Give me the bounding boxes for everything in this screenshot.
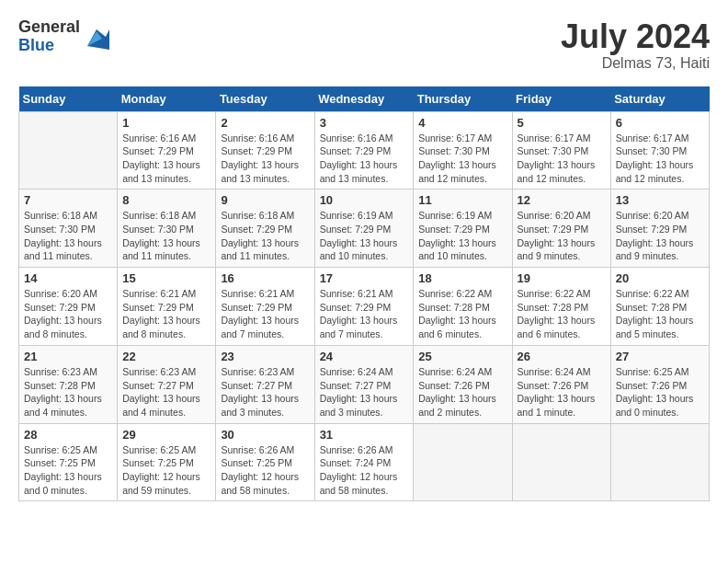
- calendar-cell: 28 Sunrise: 6:25 AMSunset: 7:25 PMDaylig…: [19, 423, 118, 501]
- day-number: 14: [24, 271, 112, 285]
- day-number: 20: [616, 271, 704, 285]
- calendar-cell: 17 Sunrise: 6:21 AMSunset: 7:29 PMDaylig…: [314, 268, 414, 346]
- calendar-week-4: 21 Sunrise: 6:23 AMSunset: 7:28 PMDaylig…: [19, 345, 710, 423]
- calendar-cell: 21 Sunrise: 6:23 AMSunset: 7:28 PMDaylig…: [19, 345, 118, 423]
- day-info: Sunrise: 6:17 AMSunset: 7:30 PMDaylight:…: [518, 132, 606, 186]
- day-info: Sunrise: 6:17 AMSunset: 7:30 PMDaylight:…: [616, 132, 704, 186]
- calendar-cell: 1 Sunrise: 6:16 AMSunset: 7:29 PMDayligh…: [118, 111, 216, 190]
- calendar-week-1: 1 Sunrise: 6:16 AMSunset: 7:29 PMDayligh…: [19, 111, 710, 190]
- day-info: Sunrise: 6:25 AMSunset: 7:25 PMDaylight:…: [24, 443, 112, 498]
- day-info: Sunrise: 6:21 AMSunset: 7:29 PMDaylight:…: [221, 287, 309, 341]
- header-tuesday: Tuesday: [216, 86, 314, 112]
- location: Delmas 73, Haiti: [561, 55, 710, 72]
- calendar-cell: 13 Sunrise: 6:20 AMSunset: 7:29 PMDaylig…: [610, 190, 709, 268]
- day-number: 24: [320, 350, 409, 363]
- day-info: Sunrise: 6:24 AMSunset: 7:27 PMDaylight:…: [320, 365, 409, 419]
- day-number: 26: [518, 350, 606, 363]
- day-info: Sunrise: 6:20 AMSunset: 7:29 PMDaylight:…: [24, 287, 112, 341]
- day-number: 17: [320, 271, 409, 285]
- day-info: Sunrise: 6:23 AMSunset: 7:27 PMDaylight:…: [221, 365, 309, 419]
- calendar-cell: 26 Sunrise: 6:24 AMSunset: 7:26 PMDaylig…: [512, 345, 610, 423]
- day-number: 27: [616, 350, 704, 363]
- calendar-table: Sunday Monday Tuesday Wednesday Thursday…: [18, 86, 710, 502]
- calendar-cell: 31 Sunrise: 6:26 AMSunset: 7:24 PMDaylig…: [314, 423, 414, 501]
- calendar-cell: [19, 111, 118, 190]
- day-info: Sunrise: 6:25 AMSunset: 7:25 PMDaylight:…: [122, 443, 210, 498]
- day-number: 8: [122, 193, 210, 207]
- day-number: 5: [518, 116, 606, 130]
- calendar-cell: 19 Sunrise: 6:22 AMSunset: 7:28 PMDaylig…: [512, 268, 610, 346]
- day-info: Sunrise: 6:24 AMSunset: 7:26 PMDaylight:…: [418, 365, 506, 419]
- day-info: Sunrise: 6:20 AMSunset: 7:29 PMDaylight:…: [616, 209, 704, 263]
- day-info: Sunrise: 6:16 AMSunset: 7:29 PMDaylight:…: [221, 132, 309, 186]
- day-number: 18: [418, 271, 506, 285]
- day-number: 4: [418, 116, 506, 130]
- calendar-cell: 30 Sunrise: 6:26 AMSunset: 7:25 PMDaylig…: [216, 423, 314, 501]
- header-thursday: Thursday: [414, 86, 512, 112]
- page-header: General Blue July 2024 Delmas 73, Haiti: [18, 18, 710, 72]
- day-info: Sunrise: 6:20 AMSunset: 7:29 PMDaylight:…: [518, 209, 606, 263]
- day-info: Sunrise: 6:21 AMSunset: 7:29 PMDaylight:…: [122, 287, 210, 341]
- calendar-cell: 22 Sunrise: 6:23 AMSunset: 7:27 PMDaylig…: [118, 345, 216, 423]
- calendar-cell: 6 Sunrise: 6:17 AMSunset: 7:30 PMDayligh…: [610, 111, 709, 190]
- calendar-cell: 3 Sunrise: 6:16 AMSunset: 7:29 PMDayligh…: [314, 111, 414, 190]
- day-number: 6: [616, 116, 704, 130]
- day-info: Sunrise: 6:24 AMSunset: 7:26 PMDaylight:…: [518, 365, 606, 419]
- day-number: 28: [24, 428, 112, 442]
- day-info: Sunrise: 6:18 AMSunset: 7:29 PMDaylight:…: [221, 209, 309, 263]
- calendar-cell: 8 Sunrise: 6:18 AMSunset: 7:30 PMDayligh…: [118, 190, 216, 268]
- calendar-header: Sunday Monday Tuesday Wednesday Thursday…: [19, 86, 710, 112]
- calendar-cell: 25 Sunrise: 6:24 AMSunset: 7:26 PMDaylig…: [414, 345, 512, 423]
- day-number: 22: [122, 350, 210, 363]
- day-info: Sunrise: 6:18 AMSunset: 7:30 PMDaylight:…: [24, 209, 112, 263]
- header-row: Sunday Monday Tuesday Wednesday Thursday…: [19, 86, 710, 112]
- calendar-cell: [414, 423, 512, 501]
- logo-blue: Blue: [18, 37, 80, 55]
- day-info: Sunrise: 6:23 AMSunset: 7:27 PMDaylight:…: [122, 365, 210, 419]
- header-friday: Friday: [512, 86, 610, 112]
- day-number: 3: [320, 116, 409, 130]
- header-monday: Monday: [118, 86, 216, 112]
- calendar-cell: 16 Sunrise: 6:21 AMSunset: 7:29 PMDaylig…: [216, 268, 314, 346]
- day-number: 16: [221, 271, 309, 285]
- day-info: Sunrise: 6:17 AMSunset: 7:30 PMDaylight:…: [418, 132, 506, 186]
- calendar-cell: 12 Sunrise: 6:20 AMSunset: 7:29 PMDaylig…: [512, 190, 610, 268]
- logo: General Blue: [18, 18, 109, 55]
- calendar-cell: 5 Sunrise: 6:17 AMSunset: 7:30 PMDayligh…: [512, 111, 610, 190]
- calendar-week-2: 7 Sunrise: 6:18 AMSunset: 7:30 PMDayligh…: [19, 190, 710, 268]
- day-number: 12: [518, 193, 606, 207]
- day-info: Sunrise: 6:18 AMSunset: 7:30 PMDaylight:…: [122, 209, 210, 263]
- day-info: Sunrise: 6:22 AMSunset: 7:28 PMDaylight:…: [518, 287, 606, 341]
- day-number: 10: [320, 193, 409, 207]
- day-info: Sunrise: 6:19 AMSunset: 7:29 PMDaylight:…: [418, 209, 506, 263]
- day-info: Sunrise: 6:22 AMSunset: 7:28 PMDaylight:…: [616, 287, 704, 341]
- header-saturday: Saturday: [610, 86, 709, 112]
- calendar-cell: 20 Sunrise: 6:22 AMSunset: 7:28 PMDaylig…: [610, 268, 709, 346]
- calendar-cell: [610, 423, 709, 501]
- calendar-cell: 18 Sunrise: 6:22 AMSunset: 7:28 PMDaylig…: [414, 268, 512, 346]
- calendar-cell: 29 Sunrise: 6:25 AMSunset: 7:25 PMDaylig…: [118, 423, 216, 501]
- day-number: 13: [616, 193, 704, 207]
- calendar-cell: 23 Sunrise: 6:23 AMSunset: 7:27 PMDaylig…: [216, 345, 314, 423]
- calendar-cell: 27 Sunrise: 6:25 AMSunset: 7:26 PMDaylig…: [610, 345, 709, 423]
- calendar-body: 1 Sunrise: 6:16 AMSunset: 7:29 PMDayligh…: [19, 111, 710, 501]
- calendar-cell: 10 Sunrise: 6:19 AMSunset: 7:29 PMDaylig…: [314, 190, 414, 268]
- day-info: Sunrise: 6:19 AMSunset: 7:29 PMDaylight:…: [320, 209, 409, 263]
- calendar-week-5: 28 Sunrise: 6:25 AMSunset: 7:25 PMDaylig…: [19, 423, 710, 501]
- calendar-cell: 2 Sunrise: 6:16 AMSunset: 7:29 PMDayligh…: [216, 111, 314, 190]
- calendar-cell: 7 Sunrise: 6:18 AMSunset: 7:30 PMDayligh…: [19, 190, 118, 268]
- day-number: 30: [221, 428, 309, 442]
- header-sunday: Sunday: [19, 86, 118, 112]
- day-number: 21: [24, 350, 112, 363]
- day-number: 15: [122, 271, 210, 285]
- logo-general: General: [18, 18, 80, 37]
- calendar-cell: 4 Sunrise: 6:17 AMSunset: 7:30 PMDayligh…: [414, 111, 512, 190]
- day-number: 11: [418, 193, 506, 207]
- title-block: July 2024 Delmas 73, Haiti: [561, 18, 710, 72]
- day-number: 25: [418, 350, 506, 363]
- day-number: 1: [122, 116, 210, 130]
- day-info: Sunrise: 6:26 AMSunset: 7:24 PMDaylight:…: [320, 443, 409, 498]
- day-number: 7: [24, 193, 112, 207]
- day-info: Sunrise: 6:26 AMSunset: 7:25 PMDaylight:…: [221, 443, 309, 498]
- calendar-cell: 24 Sunrise: 6:24 AMSunset: 7:27 PMDaylig…: [314, 345, 414, 423]
